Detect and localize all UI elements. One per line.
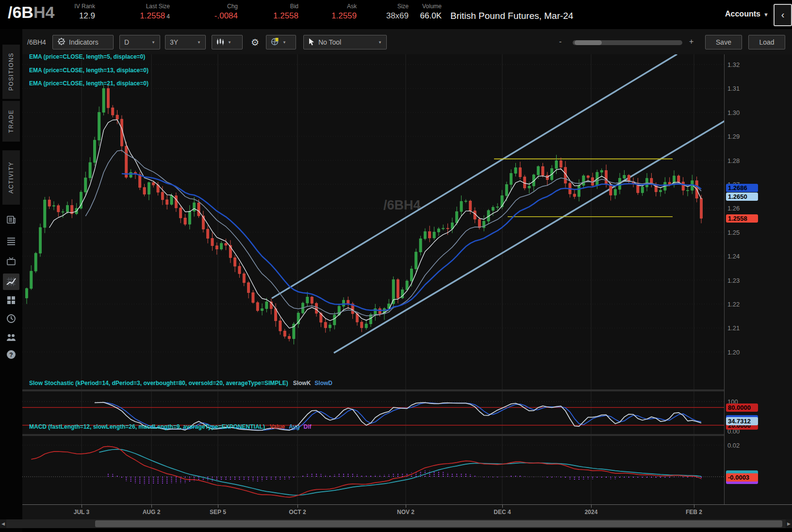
help-icon[interactable]: ? bbox=[6, 349, 16, 360]
macd-avg-legend: Avg bbox=[289, 423, 299, 430]
price-tick: 1.22 bbox=[727, 301, 740, 308]
time-tick bbox=[502, 505, 503, 508]
price-tick: 1.32 bbox=[727, 61, 740, 68]
chart-settings-button[interactable]: ⚙ bbox=[247, 35, 263, 49]
chart-toolbar: /6BH4 Indicators D▼ 3Y▼ ▼ ⚙ ▼ No Tool ▼ … bbox=[22, 29, 792, 54]
symbol-root: /6B bbox=[8, 3, 33, 21]
compare-grid-dropdown[interactable]: ▼ bbox=[266, 35, 296, 49]
chart-type-dropdown[interactable]: ▼ bbox=[212, 35, 243, 49]
price-tick: 1.23 bbox=[727, 277, 740, 284]
chevron-down-icon: ▼ bbox=[197, 40, 201, 45]
list-icon[interactable] bbox=[6, 236, 16, 246]
candlestick-icon bbox=[216, 38, 224, 47]
scroll-right-arrow[interactable]: ▶ bbox=[786, 519, 792, 528]
last-size-qty: 4 bbox=[166, 13, 170, 20]
main-price-chart[interactable]: /6BH4 bbox=[22, 54, 724, 389]
time-tick bbox=[591, 505, 592, 508]
sidebar-tab-trade[interactable]: TRADE bbox=[2, 101, 20, 142]
stoch-badge: 34.7312 bbox=[726, 417, 758, 425]
macd-tick: 0.02 bbox=[727, 442, 740, 449]
field-last-size: Last Size1.25584 bbox=[102, 3, 170, 21]
time-label: NOV 2 bbox=[397, 509, 414, 516]
field-iv-rank: IV Rank12.9 bbox=[51, 3, 95, 21]
macd-dif-legend: Dif bbox=[303, 423, 311, 430]
news-icon[interactable] bbox=[6, 214, 16, 225]
chart-icon[interactable] bbox=[3, 274, 19, 290]
field-volume: Volume66.0K bbox=[403, 3, 442, 21]
indicators-button[interactable]: Indicators bbox=[52, 35, 114, 49]
field-ask: Ask1.2559 bbox=[303, 3, 357, 21]
load-button[interactable]: Load bbox=[748, 35, 785, 49]
globe-grid-icon bbox=[271, 37, 279, 47]
zoom-slider-thumb[interactable] bbox=[575, 40, 602, 45]
zoom-in-button[interactable]: + bbox=[689, 37, 693, 46]
ema5-label[interactable]: EMA (price=CLOSE, length=5, displace=0) bbox=[29, 53, 145, 60]
field-bid: Bid1.2558 bbox=[245, 3, 298, 21]
time-tick bbox=[406, 505, 406, 508]
time-tick bbox=[218, 505, 218, 508]
indicators-icon bbox=[57, 37, 66, 47]
price-badge: 1.2558 bbox=[726, 214, 758, 223]
price-tick: 1.31 bbox=[727, 85, 740, 92]
left-sidebar: POSITIONS TRADE ACTIVITY ? bbox=[0, 29, 22, 532]
scroll-left-arrow[interactable]: ◀ bbox=[0, 519, 6, 528]
collapse-panel-button[interactable]: ‹ bbox=[774, 4, 792, 26]
accounts-dropdown[interactable]: Accounts▼ bbox=[725, 10, 769, 18]
svg-text:?: ? bbox=[9, 352, 13, 358]
community-icon[interactable] bbox=[6, 332, 16, 342]
sidebar-tab-positions[interactable]: POSITIONS bbox=[2, 45, 20, 99]
chevron-down-icon: ▼ bbox=[151, 40, 155, 45]
stochastic-label[interactable]: Slow Stochastic (kPeriod=14, dPeriod=3, … bbox=[29, 380, 332, 387]
price-tick: 1.21 bbox=[727, 324, 740, 332]
chevron-down-icon: ▼ bbox=[378, 40, 382, 45]
chevron-down-icon: ▼ bbox=[282, 40, 286, 45]
chart-watermark: /6BH4 bbox=[383, 198, 421, 212]
price-axis[interactable]: 1.321.311.301.291.281.271.261.251.241.23… bbox=[724, 54, 792, 504]
instrument-title: British Pound Futures, Mar-24 bbox=[450, 11, 573, 21]
price-tick: 1.20 bbox=[727, 349, 740, 356]
drawing-tool-dropdown[interactable]: No Tool ▼ bbox=[303, 35, 387, 49]
time-label: JUL 3 bbox=[74, 509, 89, 516]
price-tick: 1.30 bbox=[727, 109, 740, 116]
chevron-down-icon: ▼ bbox=[763, 12, 769, 17]
time-tick bbox=[82, 505, 82, 508]
price-badge: 1.2686 bbox=[726, 184, 758, 192]
scrollbar-thumb[interactable] bbox=[95, 520, 782, 527]
time-label: AUG 2 bbox=[143, 509, 161, 516]
macd-label[interactable]: MACD (fastLength=12, slowLength=26, macd… bbox=[29, 423, 311, 430]
tv-icon[interactable] bbox=[6, 256, 16, 267]
ema21-label[interactable]: EMA (price=CLOSE, length=21, displace=0) bbox=[29, 80, 148, 87]
time-label: DEC 4 bbox=[494, 509, 511, 516]
price-badge: 1.2650 bbox=[726, 193, 758, 201]
gear-icon: ⚙ bbox=[251, 37, 259, 48]
chart-scrollbar[interactable]: ◀ ▶ bbox=[0, 519, 792, 528]
field-chg: Chg-.0084 bbox=[180, 3, 238, 21]
sidebar-tab-activity[interactable]: ACTIVITY bbox=[2, 150, 20, 205]
zoom-out-button[interactable]: - bbox=[559, 37, 561, 46]
time-tick bbox=[151, 505, 152, 508]
save-button[interactable]: Save bbox=[705, 35, 742, 49]
time-label: SEP 5 bbox=[210, 509, 226, 516]
ema13-label[interactable]: EMA (price=CLOSE, length=13, displace=0) bbox=[29, 67, 148, 74]
slowk-legend: SlowK bbox=[293, 380, 311, 387]
price-tick: 1.29 bbox=[727, 133, 740, 140]
history-icon[interactable] bbox=[6, 313, 16, 324]
range-dropdown[interactable]: 3Y▼ bbox=[165, 35, 206, 49]
zoom-slider[interactable] bbox=[573, 40, 682, 45]
macd-pane[interactable] bbox=[22, 436, 724, 504]
price-tick: 1.24 bbox=[727, 253, 740, 260]
chevron-down-icon: ▼ bbox=[228, 40, 231, 45]
quote-header: /6BH4 IV Rank12.9 Last Size1.25584 Chg-.… bbox=[0, 0, 792, 29]
time-label: OCT 2 bbox=[289, 509, 306, 516]
time-tick bbox=[297, 505, 298, 508]
timeframe-dropdown[interactable]: D▼ bbox=[119, 35, 160, 49]
price-tick: 1.26 bbox=[727, 205, 740, 212]
time-label: 2024 bbox=[585, 509, 598, 516]
price-tick: 1.25 bbox=[727, 229, 740, 236]
chart-symbol-label: /6BH4 bbox=[27, 38, 46, 46]
slowd-legend: SlowD bbox=[314, 380, 332, 387]
time-axis[interactable]: JUL 3AUG 2SEP 5OCT 2NOV 2DEC 42024FEB 2 bbox=[22, 504, 792, 519]
cursor-icon bbox=[308, 38, 315, 47]
symbol-title: /6BH4 bbox=[8, 3, 54, 22]
grid-icon[interactable] bbox=[6, 295, 16, 306]
